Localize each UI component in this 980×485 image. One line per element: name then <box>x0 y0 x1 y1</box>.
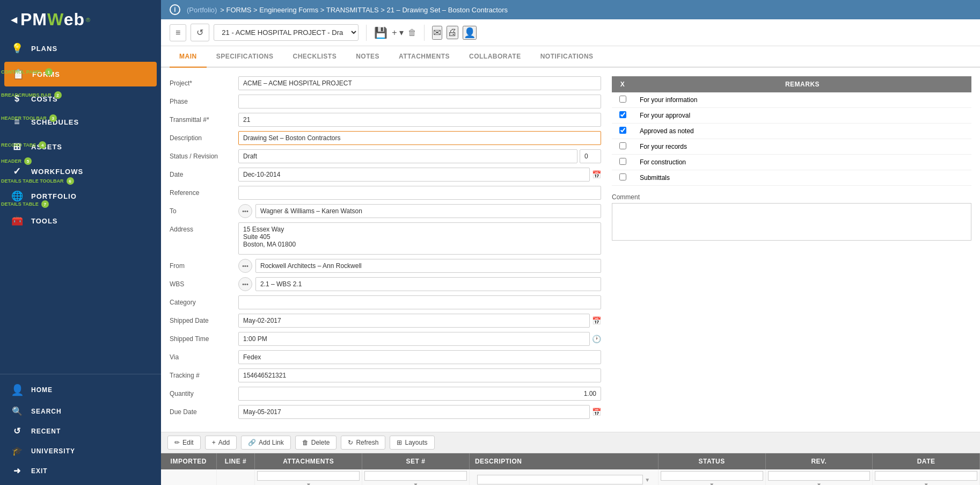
wbs-select[interactable]: 2.1 – WBS 2.1 <box>255 277 601 291</box>
sidebar-item-tools[interactable]: 🧰 TOOLS <box>0 208 161 233</box>
transmittal-input[interactable] <box>238 113 601 127</box>
time-clock-button[interactable]: 🕐 <box>592 335 601 343</box>
description-row: Description <box>170 131 601 145</box>
via-select[interactable]: Fedex <box>238 350 601 364</box>
remark-checkbox-6[interactable] <box>619 173 626 180</box>
filter-status-icon[interactable]: ▼ <box>709 482 714 485</box>
delete-detail-button[interactable]: 🗑 Delete <box>295 436 337 450</box>
due-date-input[interactable] <box>238 405 590 419</box>
filter-date-input[interactable] <box>875 471 977 481</box>
filter-description[interactable]: ▼ <box>469 469 658 485</box>
tab-collaborate[interactable]: COLLABORATE <box>459 46 531 68</box>
project-select[interactable]: ACME – ACME HOSPITAL PROJECT <box>238 76 601 90</box>
breadcrumb-portfolio-link[interactable]: (Portfolio) <box>187 6 217 14</box>
tab-notes[interactable]: NOTES <box>346 46 389 68</box>
sidebar-item-portfolio[interactable]: 🌐 PORTFOLIO <box>0 184 161 208</box>
sidebar-item-workflows[interactable]: ✓ WORKFLOWS <box>0 159 161 184</box>
remark-check-5[interactable] <box>612 155 633 170</box>
filter-date-icon[interactable]: ▼ <box>924 482 929 485</box>
reference-input[interactable] <box>238 186 601 200</box>
hamburger-button[interactable]: ≡ <box>170 24 186 41</box>
from-dots-button[interactable]: ••• <box>238 259 252 273</box>
comment-textarea[interactable] <box>612 203 971 241</box>
description-input[interactable] <box>238 131 601 145</box>
tab-main[interactable]: MAIN <box>170 46 207 68</box>
phase-select[interactable] <box>238 95 601 108</box>
filter-attachments-input[interactable] <box>257 471 360 481</box>
remark-checkbox-2[interactable] <box>619 111 626 118</box>
tracking-input[interactable] <box>238 368 601 382</box>
remark-check-6[interactable] <box>612 170 633 186</box>
filter-attachments-icon[interactable]: ▼ <box>306 482 311 485</box>
sidebar-item-recent[interactable]: ↺ RECENT <box>0 421 161 441</box>
save-button[interactable]: 💾 <box>374 26 387 39</box>
undo-button[interactable]: ↺ <box>191 24 209 41</box>
refresh-button[interactable]: ↻ Refresh <box>341 436 385 450</box>
shipped-time-input[interactable] <box>238 332 590 346</box>
address-textarea[interactable]: 15 Essex Way Suite 405 Boston, MA 01800 <box>238 222 601 255</box>
edit-button[interactable]: ✏ Edit <box>167 436 201 450</box>
category-select[interactable] <box>238 295 601 309</box>
remark-checkbox-4[interactable] <box>619 142 626 149</box>
filter-set-icon[interactable]: ▼ <box>413 482 419 485</box>
back-button[interactable]: ◀ <box>11 15 17 25</box>
remark-checkbox-5[interactable] <box>619 158 626 165</box>
tab-attachments[interactable]: ATTACHMENTS <box>389 46 459 68</box>
filter-attachments[interactable]: ▼ <box>255 469 362 485</box>
user-button[interactable]: 👤 <box>463 26 477 40</box>
filter-set[interactable]: ▼ <box>362 469 470 485</box>
status-wrapper: Draft <box>238 149 601 163</box>
remark-check-2[interactable] <box>612 108 633 124</box>
print-button[interactable]: 🖨 <box>447 26 458 39</box>
filter-date[interactable]: ▼ <box>873 469 980 485</box>
filter-status-input[interactable] <box>661 471 763 481</box>
remark-text-3: Approved as noted <box>633 124 971 139</box>
remark-check-4[interactable] <box>612 139 633 155</box>
add-detail-button[interactable]: + Add <box>205 436 237 450</box>
sidebar-item-costs[interactable]: $ COSTS <box>0 88 161 110</box>
edit-label: Edit <box>182 439 194 446</box>
add-link-button[interactable]: 🔗 Add Link <box>241 436 291 450</box>
tracking-label: Tracking # <box>170 368 234 379</box>
sidebar-item-schedules[interactable]: ≡ SCHEDULES <box>0 110 161 134</box>
add-button[interactable]: + ▾ <box>392 27 404 38</box>
filter-set-input[interactable] <box>364 471 467 481</box>
revision-input[interactable] <box>580 149 601 163</box>
sidebar-item-university[interactable]: 🎓 UNIVERSITY <box>0 441 161 461</box>
filter-rev-input[interactable] <box>768 471 871 481</box>
tab-specifications[interactable]: SPECIFICATIONS <box>207 46 283 68</box>
date-input[interactable] <box>238 168 590 182</box>
filter-rev[interactable]: ▼ <box>765 469 873 485</box>
remark-check-1[interactable] <box>612 92 633 108</box>
filter-rev-icon[interactable]: ▼ <box>816 482 822 485</box>
tab-checklists[interactable]: CHECKLISTS <box>283 46 346 68</box>
sidebar-item-plans[interactable]: 💡 PLANS <box>0 36 161 61</box>
quantity-input[interactable] <box>238 387 601 401</box>
to-dots-button[interactable]: ••• <box>238 204 252 218</box>
date-calendar-button[interactable]: 📅 <box>592 170 601 179</box>
due-date-calendar-button[interactable]: 📅 <box>592 408 601 416</box>
shipped-date-input[interactable] <box>238 314 590 328</box>
remark-checkbox-3[interactable] <box>619 127 626 134</box>
wbs-dots-button[interactable]: ••• <box>238 277 252 291</box>
remark-checkbox-1[interactable] <box>619 96 626 103</box>
from-select[interactable]: Rockwell Architects – Ann Rockwell <box>255 259 601 273</box>
shipped-date-calendar-button[interactable]: 📅 <box>592 316 601 325</box>
email-button[interactable]: ✉ <box>432 26 442 40</box>
sidebar-item-exit[interactable]: ➜ EXIT <box>0 461 161 481</box>
layouts-button[interactable]: ⊞ Layouts <box>390 436 434 450</box>
filter-status[interactable]: ▼ <box>658 469 765 485</box>
sidebar-item-home[interactable]: 👤 HOME <box>0 379 161 401</box>
filter-description-input[interactable] <box>477 475 643 484</box>
sidebar-item-forms[interactable]: 📋 FORMS <box>4 62 157 86</box>
info-icon[interactable]: i <box>170 4 180 15</box>
filter-description-icon[interactable]: ▼ <box>645 477 650 483</box>
record-dropdown[interactable]: 21 - ACME HOSPITAL PROJECT - Dra <box>214 24 359 41</box>
sidebar-item-assets[interactable]: ⊞ ASSETS <box>0 134 161 159</box>
to-select[interactable]: Wagner & Williams – Karen Watson <box>255 204 601 218</box>
tab-notifications[interactable]: NOTIFICATIONS <box>531 46 603 68</box>
remark-check-3[interactable] <box>612 124 633 139</box>
delete-button[interactable]: 🗑 <box>408 28 416 38</box>
status-select[interactable]: Draft <box>238 149 577 163</box>
sidebar-item-search[interactable]: 🔍 SEARCH <box>0 401 161 421</box>
